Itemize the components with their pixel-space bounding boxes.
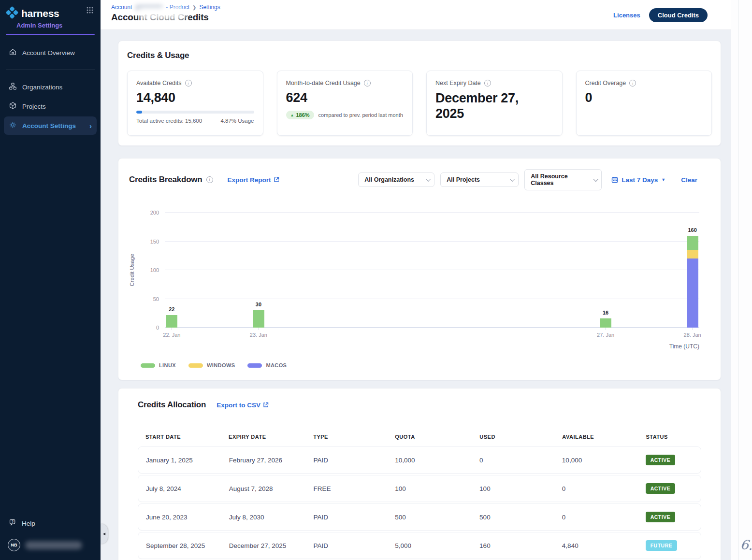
cell-start: July 8, 2024 — [138, 485, 221, 492]
credits-progress-fill — [136, 111, 142, 114]
x-tick-mark — [606, 328, 606, 330]
info-icon[interactable]: i — [629, 80, 636, 86]
legend-item-linux[interactable]: LINUX — [141, 362, 176, 368]
bar-segment-macos[interactable] — [687, 258, 698, 328]
bar-23Jan[interactable] — [253, 310, 264, 328]
x-tick-mark — [172, 328, 172, 330]
date-range-value: Last 7 Days — [622, 176, 658, 184]
column-header: AVAILABLE — [554, 434, 638, 440]
column-header: STATUS — [638, 434, 701, 440]
export-csv-link[interactable]: Export to CSV — [217, 402, 269, 409]
export-report-link[interactable]: Export Report — [228, 176, 279, 184]
table-row: September 28, 2025December 27, 2025PAID5… — [138, 532, 701, 559]
harness-logo-icon — [6, 6, 18, 21]
x-tick-mark — [259, 328, 259, 330]
legend-label: MACOS — [266, 362, 287, 368]
cell-available: 0 — [554, 514, 638, 521]
cell-quota: 500 — [387, 514, 472, 521]
credit-overage-value: 0 — [585, 90, 703, 105]
cell-available: 0 — [554, 485, 638, 492]
cell-available: 4,840 — [554, 542, 638, 549]
info-icon[interactable]: i — [364, 80, 371, 86]
scrollbar-gutter[interactable] — [731, 0, 752, 560]
usage-percent: 4.87% Usage — [220, 118, 254, 124]
chart-legend: LINUXWINDOWSMACOS — [141, 362, 721, 368]
bar-22Jan[interactable] — [166, 315, 177, 328]
delta-note: compared to prev. period last month — [318, 112, 403, 118]
bar-value-label: 30 — [256, 302, 261, 307]
sidebar-item-account-overview[interactable]: Account Overview — [4, 43, 97, 62]
export-csv-label: Export to CSV — [217, 402, 260, 409]
bar-segment-linux[interactable] — [166, 315, 177, 328]
info-icon[interactable]: i — [484, 80, 491, 86]
export-report-label: Export Report — [228, 176, 271, 184]
cell-status: ACTIVE — [638, 512, 701, 522]
cell-available: 10,000 — [554, 457, 638, 464]
sidebar-item-label: Account Overview — [22, 49, 75, 57]
mtd-usage-value: 624 — [286, 90, 404, 105]
organizations-filter[interactable]: All Organizations — [358, 172, 434, 187]
resource-classes-filter[interactable]: All Resource Classes — [524, 169, 602, 190]
legend-label: LINUX — [159, 362, 176, 368]
bar-segment-linux[interactable] — [253, 310, 264, 328]
y-tick-label: 100 — [150, 267, 159, 273]
projects-filter-value: All Projects — [447, 176, 480, 183]
breadcrumb-product[interactable]: - Product — [166, 4, 189, 11]
breadcrumb-settings[interactable]: Settings — [199, 4, 220, 11]
stat-mtd-usage: Month-to-date Credit Usage i 624 ▲ 186% … — [277, 71, 413, 136]
info-icon[interactable]: i — [206, 176, 213, 183]
info-icon[interactable]: i — [185, 80, 192, 86]
bar-28Jan[interactable] — [687, 236, 698, 328]
status-badge: ACTIVE — [646, 512, 676, 522]
credits-progress-bar — [136, 111, 254, 114]
gridline — [165, 299, 699, 299]
chevron-down-icon — [510, 177, 515, 182]
status-badge: ACTIVE — [646, 455, 676, 465]
x-tick-mark — [693, 328, 693, 330]
clear-filters-button[interactable]: Clear — [681, 176, 697, 184]
app-grid-icon[interactable] — [86, 6, 94, 16]
bar-value-label: 160 — [688, 227, 696, 233]
org-chart-icon — [9, 82, 17, 92]
scrollbar-track-line — [738, 0, 739, 560]
cell-type: FREE — [306, 485, 388, 492]
cloud-credits-button[interactable]: Cloud Credits — [649, 8, 708, 22]
projects-filter[interactable]: All Projects — [440, 172, 519, 187]
legend-swatch — [247, 363, 262, 368]
bar-27Jan[interactable] — [600, 318, 611, 328]
legend-item-windows[interactable]: WINDOWS — [188, 362, 235, 368]
status-badge: FUTURE — [646, 540, 678, 551]
cube-icon — [9, 101, 17, 111]
bar-segment-linux[interactable] — [687, 236, 698, 250]
help-button[interactable]: ? Help — [0, 514, 101, 533]
status-badge: ACTIVE — [646, 483, 676, 494]
bar-segment-windows[interactable] — [687, 250, 698, 258]
column-header: TYPE — [305, 434, 387, 440]
chevron-right-icon: › — [89, 122, 92, 130]
sidebar-item-account-settings[interactable]: Account Settings › — [4, 116, 97, 135]
cell-type: PAID — [306, 542, 388, 549]
sidebar-divider-purple — [6, 34, 95, 35]
bar-segment-linux[interactable] — [600, 318, 611, 328]
date-range-button[interactable]: Last 7 Days ▼ — [611, 176, 665, 184]
delta-badge: ▲ 186% — [286, 111, 314, 119]
sidebar-item-projects[interactable]: Projects — [4, 97, 97, 115]
avatar[interactable]: NB — [8, 539, 20, 551]
cell-quota: 10,000 — [387, 457, 472, 464]
legend-item-macos[interactable]: MACOS — [247, 362, 287, 368]
cell-expiry: August 7, 2028 — [221, 485, 306, 492]
sidebar-divider — [6, 70, 95, 70]
sidebar-item-organizations[interactable]: Organizations — [4, 78, 97, 96]
help-label: Help — [22, 520, 35, 527]
page-header: Account - Product ❯ Settings Account Clo… — [101, 0, 731, 30]
credits-breakdown-chart: Credit Usage 0501001502002222. Jan3023. … — [165, 213, 699, 328]
sidebar-item-label: Account Settings — [22, 122, 76, 129]
stat-label: Credit Overage — [585, 80, 626, 86]
table-row: June 20, 2023July 8, 2030PAID5005000ACTI… — [138, 503, 701, 531]
licenses-link[interactable]: Licenses — [613, 12, 640, 19]
user-account-row[interactable]: NB — [0, 533, 101, 553]
breadcrumb-account[interactable]: Account — [111, 4, 132, 11]
credits-allocation-section: Credits Allocation Export to CSV START D… — [118, 388, 721, 560]
svg-text:?: ? — [12, 520, 14, 523]
y-tick-label: 150 — [150, 239, 159, 244]
